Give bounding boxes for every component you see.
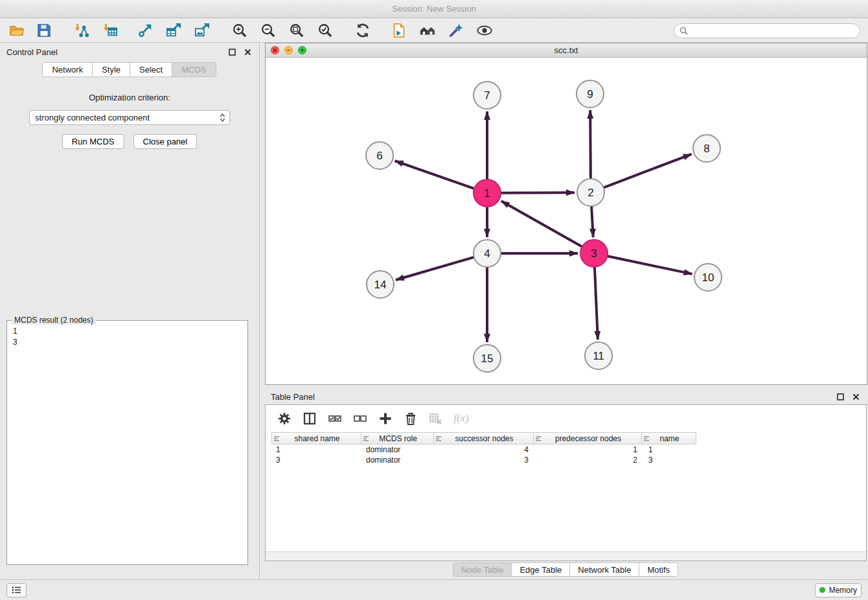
criterion-select[interactable]: strongly connected component bbox=[29, 110, 230, 125]
search-input[interactable] bbox=[691, 27, 854, 36]
svg-text:11: 11 bbox=[593, 350, 604, 362]
delete-table-icon bbox=[429, 411, 443, 426]
graph-node[interactable]: 6 bbox=[366, 142, 393, 169]
select-all-icon[interactable] bbox=[328, 411, 342, 426]
graph-edge[interactable] bbox=[604, 154, 692, 188]
search-icon bbox=[680, 27, 688, 35]
eye-icon[interactable] bbox=[475, 21, 494, 40]
graph-edge[interactable] bbox=[395, 161, 475, 189]
table-panel-header: Table Panel bbox=[264, 387, 867, 406]
status-bar: Memory bbox=[0, 579, 868, 600]
zoom-fit-icon[interactable] bbox=[288, 21, 306, 40]
tab-network[interactable]: Network bbox=[42, 62, 93, 77]
svg-text:6: 6 bbox=[376, 150, 382, 162]
zoom-out-icon[interactable] bbox=[259, 21, 277, 40]
graph-node[interactable]: 7 bbox=[474, 82, 501, 109]
column-header-name[interactable]: name bbox=[641, 432, 696, 444]
export-image-icon[interactable] bbox=[193, 21, 211, 40]
tab-network-table[interactable]: Network Table bbox=[569, 562, 639, 577]
sort-icon bbox=[434, 435, 443, 442]
zoom-in-icon[interactable] bbox=[231, 21, 249, 40]
list-icon bbox=[11, 586, 22, 594]
tab-edge-table[interactable]: Edge Table bbox=[511, 562, 570, 577]
import-network-icon[interactable] bbox=[73, 21, 91, 40]
close-window-icon[interactable] bbox=[271, 46, 279, 54]
optimization-criterion-label: Optimization criterion: bbox=[0, 93, 259, 102]
graph-edge[interactable] bbox=[590, 110, 591, 179]
sort-icon bbox=[361, 435, 371, 442]
main-toolbar bbox=[0, 19, 868, 43]
graph-edge[interactable] bbox=[591, 206, 593, 237]
column-header-successor-nodes[interactable]: successor nodes bbox=[433, 432, 534, 444]
graph-node[interactable]: 1 bbox=[474, 179, 501, 207]
graph-node[interactable]: 4 bbox=[474, 240, 501, 267]
network-window-title: scc.txt bbox=[554, 45, 578, 55]
tab-select[interactable]: Select bbox=[130, 62, 172, 77]
refresh-icon[interactable] bbox=[354, 21, 372, 40]
zoom-selected-icon[interactable] bbox=[316, 21, 334, 40]
run-mcds-button[interactable]: Run MCDS bbox=[62, 134, 124, 149]
node-table-area: f(x) shared name MCDS role successor nod… bbox=[265, 404, 867, 561]
copy-document-icon[interactable] bbox=[390, 21, 408, 40]
column-header-shared-name[interactable]: shared name bbox=[271, 432, 361, 444]
graph-edge[interactable] bbox=[608, 256, 692, 274]
graph-node[interactable]: 3 bbox=[580, 240, 608, 267]
mcds-result-title: MCDS result (2 nodes) bbox=[12, 316, 96, 325]
svg-text:8: 8 bbox=[703, 143, 709, 155]
deselect-all-icon[interactable] bbox=[353, 411, 367, 426]
settings-gear-icon[interactable] bbox=[277, 411, 291, 426]
memory-button[interactable]: Memory bbox=[815, 583, 862, 597]
network-window-titlebar[interactable]: scc.txt bbox=[266, 43, 867, 58]
tab-motifs[interactable]: Motifs bbox=[639, 562, 678, 577]
graph-node[interactable]: 2 bbox=[577, 179, 604, 206]
zoom-window-icon[interactable] bbox=[298, 46, 306, 54]
column-header-predecessor-nodes[interactable]: predecessor nodes bbox=[533, 432, 642, 444]
network-canvas[interactable]: 7968124314101511 bbox=[266, 58, 867, 384]
add-row-icon[interactable] bbox=[378, 411, 393, 426]
close-panel-button[interactable]: Close panel bbox=[133, 134, 198, 149]
graph-edge[interactable] bbox=[501, 192, 575, 193]
graph-edge[interactable] bbox=[501, 201, 582, 246]
window-title: Session: New Session bbox=[392, 4, 475, 14]
graph-edge[interactable] bbox=[595, 267, 598, 340]
svg-text:2: 2 bbox=[588, 187, 593, 199]
open-folder-icon[interactable] bbox=[8, 21, 26, 40]
minimize-window-icon[interactable] bbox=[284, 46, 293, 54]
float-table-panel-icon[interactable] bbox=[835, 391, 845, 402]
graph-node[interactable]: 10 bbox=[694, 264, 722, 291]
graph-node[interactable]: 14 bbox=[367, 271, 394, 298]
cell-mcds-role: dominator bbox=[361, 455, 435, 465]
function-builder-icon: f(x) bbox=[454, 411, 468, 426]
svg-text:9: 9 bbox=[587, 88, 593, 100]
graph-edge[interactable] bbox=[396, 257, 474, 280]
tab-mcds[interactable]: MCDS bbox=[172, 62, 216, 77]
mcds-result-content[interactable]: 1 3 bbox=[7, 321, 247, 353]
home-icon[interactable] bbox=[418, 21, 437, 40]
tab-style[interactable]: Style bbox=[92, 62, 130, 77]
close-panel-icon[interactable] bbox=[242, 47, 253, 57]
node-table: shared name MCDS role successor nodes pr… bbox=[271, 432, 866, 465]
export-network-icon[interactable] bbox=[136, 21, 154, 40]
table-row[interactable]: 1 dominator 4 1 1 bbox=[271, 444, 866, 455]
close-table-panel-icon[interactable] bbox=[851, 391, 861, 402]
graph-node[interactable]: 8 bbox=[693, 135, 720, 162]
table-row[interactable]: 3 dominator 3 2 3 bbox=[271, 455, 866, 465]
column-visibility-icon[interactable] bbox=[303, 411, 317, 426]
search-field[interactable] bbox=[674, 23, 860, 38]
graph-node[interactable]: 15 bbox=[474, 345, 501, 372]
wand-icon[interactable] bbox=[447, 21, 465, 40]
table-horizontal-scrollbar[interactable] bbox=[266, 551, 866, 560]
delete-row-icon[interactable] bbox=[404, 411, 418, 426]
cell-name: 3 bbox=[644, 455, 699, 465]
graph-node[interactable]: 11 bbox=[585, 342, 612, 369]
save-icon[interactable] bbox=[35, 21, 53, 40]
graph-node[interactable]: 9 bbox=[577, 80, 604, 108]
export-table-icon[interactable] bbox=[165, 21, 183, 40]
column-header-mcds-role[interactable]: MCDS role bbox=[361, 432, 434, 444]
import-table-icon[interactable] bbox=[101, 21, 119, 40]
control-panel-header: Control Panel bbox=[0, 43, 259, 61]
float-panel-icon[interactable] bbox=[227, 47, 237, 57]
control-panel-tabs: Network Style Select MCDS bbox=[0, 62, 259, 77]
task-history-button[interactable] bbox=[6, 583, 27, 597]
tab-node-table[interactable]: Node Table bbox=[453, 562, 512, 577]
